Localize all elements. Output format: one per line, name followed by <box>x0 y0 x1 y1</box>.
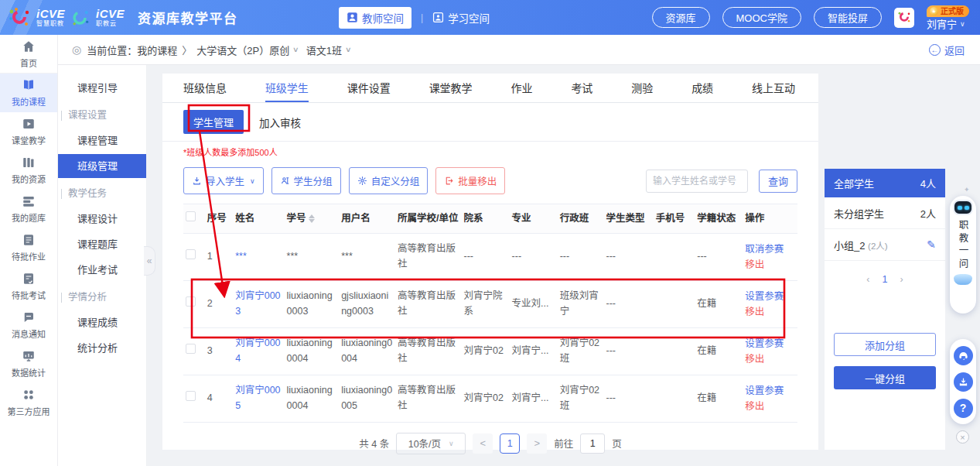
button-label: 批量移出 <box>458 173 497 188</box>
tab-class-students[interactable]: 班级学生 <box>265 74 309 102</box>
tab-classroom-teaching[interactable]: 课堂教学 <box>429 74 473 102</box>
student-table-wrap: 序号姓名学号用户名所属学校/单位院系专业行政班学生类型手机号学籍状态操作1***… <box>183 204 797 423</box>
menu-item-course-grades[interactable]: 课程成绩 <box>58 310 146 334</box>
tab-student-management[interactable]: 学生管理 <box>183 110 244 134</box>
cell-student-no: liuxiaoning0004 <box>285 375 340 422</box>
group-panel: 全部学生 4人 未分组学生 2人 小组_2 (2人) ✎ ‹ 1 › 添加分组 … <box>825 169 945 450</box>
action-contest-link[interactable]: 设置参赛 <box>745 383 795 399</box>
tab-exam[interactable]: 考试 <box>571 74 592 102</box>
search-input[interactable] <box>646 170 748 193</box>
sidebar-item-third-party-apps[interactable]: 第三方应用 <box>0 383 57 422</box>
sidebar-item-my-resources[interactable]: 我的资源 <box>0 151 57 190</box>
next-page-button[interactable]: > <box>527 433 547 454</box>
tab-quiz[interactable]: 测验 <box>631 74 653 102</box>
cell-name[interactable]: 刘宵宁0004 <box>233 327 284 375</box>
smart-cast-button[interactable]: 智能投屏 <box>814 7 882 28</box>
sidebar-item-my-question-bank[interactable]: 我的题库 <box>0 190 57 228</box>
close-float-icon[interactable]: × <box>956 430 969 444</box>
student-grouping-button[interactable]: 学生分组 <box>271 167 341 194</box>
cell-name[interactable]: *** <box>233 233 284 280</box>
action-contest-link[interactable]: 取消参赛 <box>745 242 795 257</box>
mooc-academy-button[interactable]: MOOC学院 <box>722 7 801 28</box>
group-next-icon[interactable]: › <box>900 274 903 285</box>
sidebar-item-notifications[interactable]: 消息通知 <box>0 306 57 344</box>
action-contest-link[interactable]: 设置参赛 <box>745 289 795 304</box>
page-size-select[interactable]: 10条/页 ∨ <box>396 433 466 454</box>
my-resources-icon <box>22 156 36 170</box>
column-header: 行政班 <box>558 204 604 234</box>
tab-class-info[interactable]: 班级信息 <box>183 74 227 102</box>
ai-assistant-widget[interactable]: 职教一问 <box>950 196 976 314</box>
current-page-button[interactable]: 1 <box>500 433 520 454</box>
sidebar-item-pending-homework[interactable]: 待批作业 <box>0 228 57 267</box>
help-icon[interactable]: ? <box>954 399 973 418</box>
tab-courseware-settings[interactable]: 课件设置 <box>347 74 391 102</box>
row-checkbox[interactable] <box>186 344 196 354</box>
nav-learning-space[interactable]: 学习空间 <box>432 10 490 26</box>
group-item[interactable]: 小组_2 (2人) ✎ <box>825 229 945 261</box>
menu-item-course-design[interactable]: 课程设计 <box>58 207 146 231</box>
action-remove-link[interactable]: 移出 <box>745 304 795 320</box>
goto-page-input[interactable] <box>580 433 605 454</box>
action-contest-link[interactable]: 设置参赛 <box>745 336 795 351</box>
all-students-row[interactable]: 全部学生 4人 <box>825 169 945 197</box>
group-prev-icon[interactable]: ‹ <box>866 274 869 285</box>
cell-name[interactable]: 刘宵宁0005 <box>233 375 284 422</box>
cell-status: 在籍 <box>695 280 743 327</box>
batch-remove-button[interactable]: 批量移出 <box>435 167 505 194</box>
auto-group-button[interactable]: 一键分组 <box>834 366 936 389</box>
cell-index: 4 <box>205 375 233 422</box>
sidebar-item-my-courses[interactable]: 我的课程 <box>0 74 57 112</box>
resource-library-button[interactable]: 资源库 <box>652 7 710 28</box>
breadcrumb-class-select[interactable]: 语文1班 <box>306 43 342 57</box>
sidebar-collapse-button[interactable]: « <box>144 246 155 276</box>
sidebar-item-data-statistics[interactable]: 数据统计 <box>0 344 57 383</box>
breadcrumb-course-select[interactable]: 大学语文（2P）原创 <box>196 43 289 57</box>
import-students-button[interactable]: 导入学生∨ <box>183 167 264 194</box>
tab-online-interaction[interactable]: 线上互动 <box>752 74 795 102</box>
menu-item-course-question-bank[interactable]: 课程题库 <box>58 232 146 256</box>
customer-service-icon[interactable] <box>954 346 973 365</box>
sidebar-item-home[interactable]: 首页 <box>0 35 57 74</box>
action-remove-link[interactable]: 移出 <box>745 257 795 272</box>
action-remove-link[interactable]: 移出 <box>745 399 795 414</box>
robot-icon <box>953 200 973 215</box>
menu-item-course-management[interactable]: 课程管理 <box>58 128 146 152</box>
add-group-button[interactable]: 添加分组 <box>834 333 936 356</box>
select-all-header[interactable] <box>183 204 205 234</box>
edit-group-icon[interactable]: ✎ <box>927 238 936 251</box>
menu-item-class-management[interactable]: 班级管理 <box>58 154 146 178</box>
chevron-down-icon: ∨ <box>960 21 965 28</box>
tab-grades[interactable]: 成绩 <box>691 74 713 102</box>
select-all-checkbox[interactable] <box>186 211 196 221</box>
avatar[interactable] <box>894 8 914 28</box>
menu-item-homework-exam[interactable]: 作业考试 <box>58 258 146 282</box>
sort-icon[interactable] <box>309 214 315 223</box>
cell-name[interactable]: 刘宵宁0003 <box>233 280 284 327</box>
breadcrumb-prefix: 当前位置： <box>87 43 137 57</box>
query-button[interactable]: 查询 <box>759 170 797 193</box>
ungrouped-students-row[interactable]: 未分组学生 2人 <box>825 197 945 229</box>
breadcrumb-my-courses[interactable]: 我的课程 <box>137 43 177 57</box>
prev-page-button[interactable]: < <box>473 433 493 454</box>
download-icon[interactable] <box>954 372 973 392</box>
sidebar-item-classroom-teaching[interactable]: 课堂教学 <box>0 112 57 151</box>
user-menu[interactable]: 刘宵宁 ∨ <box>927 19 965 29</box>
group-page[interactable]: 1 <box>883 274 888 285</box>
custom-grouping-button[interactable]: 自定义分组 <box>349 167 429 194</box>
back-button[interactable]: ← 返回 <box>929 43 965 57</box>
column-header: 院系 <box>462 204 510 234</box>
row-checkbox[interactable] <box>186 296 196 307</box>
tab-join-review[interactable]: 加入审核 <box>259 115 301 130</box>
menu-item-course-guide[interactable]: 课程引导 <box>58 76 146 100</box>
button-label: 学生分组 <box>294 173 333 188</box>
remove-icon <box>444 176 454 186</box>
menu-item-statistics-analysis[interactable]: 统计分析 <box>58 336 146 360</box>
action-remove-link[interactable]: 移出 <box>745 351 795 367</box>
nav-teacher-space[interactable]: 教师空间 <box>339 7 411 29</box>
row-checkbox[interactable] <box>186 249 196 259</box>
tab-homework[interactable]: 作业 <box>511 74 533 102</box>
row-checkbox[interactable] <box>186 391 196 401</box>
sidebar-item-pending-exams[interactable]: 待批考试 <box>0 267 57 306</box>
version-badge-label: 正式版 <box>941 8 964 15</box>
